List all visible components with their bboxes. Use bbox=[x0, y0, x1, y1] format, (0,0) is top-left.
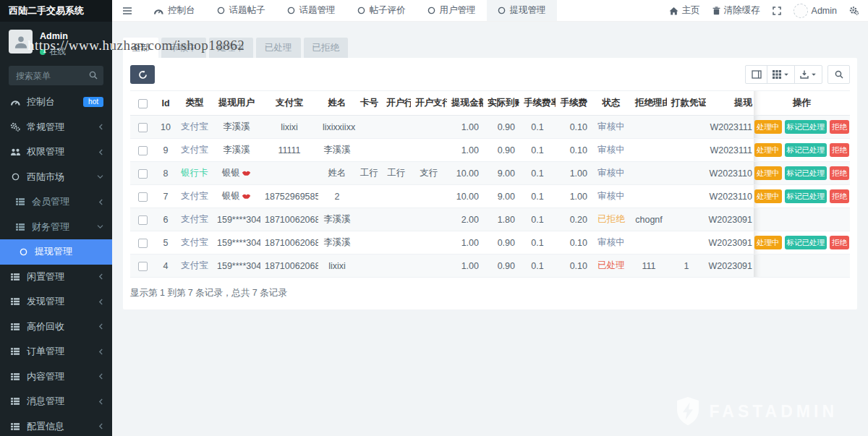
sidebar-item-控制台[interactable]: 控制台hot bbox=[0, 90, 112, 115]
sidebar-item-发现管理[interactable]: 发现管理 bbox=[0, 289, 112, 315]
select-all-checkbox[interactable] bbox=[138, 99, 148, 108]
sidebar-user-panel: Admin 在线 bbox=[0, 22, 112, 59]
cell-branch bbox=[411, 255, 447, 278]
sidebar-item-内容管理[interactable]: 内容管理 bbox=[0, 364, 112, 390]
caret-down-icon bbox=[783, 72, 789, 77]
row-checkbox[interactable] bbox=[138, 123, 148, 132]
mark-done-button[interactable]: 标记已处理 bbox=[785, 166, 827, 180]
topnav-tab-话题帖子[interactable]: 话题帖子 bbox=[206, 0, 276, 21]
sidebar-item-label: 高价回收 bbox=[27, 320, 64, 333]
sidebar-username: Admin bbox=[40, 31, 68, 41]
sidebar-item-高价回收[interactable]: 高价回收 bbox=[0, 315, 112, 340]
chevron-left-icon bbox=[98, 199, 103, 205]
sidebar-item-权限管理[interactable]: 权限管理 bbox=[0, 140, 112, 165]
detail-view-button[interactable] bbox=[745, 65, 767, 84]
reject-button[interactable]: 拒绝 bbox=[830, 120, 849, 134]
column-header[interactable] bbox=[130, 91, 155, 116]
hamburger-icon[interactable] bbox=[112, 0, 142, 21]
filter-tab-处理中[interactable]: 处理中 bbox=[209, 38, 254, 58]
table-row: 10支付宝李溪溪lixixilixixxiixx1.000.900.10.10审… bbox=[130, 116, 850, 139]
fullscreen-icon[interactable] bbox=[773, 7, 781, 15]
processing-button[interactable]: 处理中 bbox=[754, 189, 782, 203]
topnav-tab-label: 提现管理 bbox=[510, 4, 546, 17]
cell-amount: 1.00 bbox=[447, 231, 483, 255]
row-checkbox[interactable] bbox=[138, 169, 148, 179]
sidebar-item-常规管理[interactable]: 常规管理 bbox=[0, 115, 112, 140]
cell-rate: 0.1 bbox=[519, 208, 556, 231]
processing-button[interactable]: 处理中 bbox=[754, 120, 782, 134]
sidebar-item-label: 订单管理 bbox=[27, 345, 64, 358]
filter-tab-已拒绝[interactable]: 已拒绝 bbox=[304, 38, 349, 58]
sidebar-item-财务管理[interactable]: 财务管理 bbox=[0, 215, 112, 240]
processing-button[interactable]: 处理中 bbox=[754, 236, 782, 249]
circle-icon bbox=[287, 7, 295, 14]
row-checkbox[interactable] bbox=[138, 146, 148, 155]
cell-amount: 1.00 bbox=[447, 116, 483, 139]
status-label: 审核中 bbox=[597, 191, 625, 201]
sidebar-item-消息管理[interactable]: 消息管理 bbox=[0, 389, 112, 414]
refresh-button[interactable] bbox=[130, 65, 155, 84]
filter-tab-全部[interactable]: 全部 bbox=[123, 38, 158, 58]
thlist-icon bbox=[14, 223, 27, 231]
reject-button[interactable]: 拒绝 bbox=[830, 236, 849, 249]
table-row: 8银行卡银银姓名工行工行支行10.009.000.11.00审核中W202311… bbox=[130, 162, 850, 185]
column-header: 卡号 bbox=[356, 91, 382, 116]
content-area: 全部审核中处理中已处理已拒绝 bbox=[112, 22, 868, 436]
topnav-tab-提现管理[interactable]: 提现管理 bbox=[487, 0, 557, 21]
sidebar-item-label: 常规管理 bbox=[27, 121, 64, 134]
cell-user: 银银 bbox=[222, 167, 251, 179]
reject-button[interactable]: 拒绝 bbox=[830, 189, 849, 203]
columns-button[interactable] bbox=[767, 65, 795, 84]
cell-fee: 0.10 bbox=[556, 231, 592, 255]
table-toolbar bbox=[130, 65, 850, 84]
cell-alipay: 18710062068 bbox=[260, 208, 318, 231]
cell-user: 159****3049 bbox=[217, 238, 260, 248]
processing-button[interactable]: 处理中 bbox=[754, 166, 782, 180]
cell-rate: 0.1 bbox=[519, 116, 556, 139]
sidebar-item-提现管理[interactable]: 提现管理 bbox=[0, 239, 112, 265]
topnav-tab-话题管理[interactable]: 话题管理 bbox=[276, 0, 346, 21]
clear-cache-button[interactable]: 清除缓存 bbox=[712, 4, 760, 17]
filter-tab-审核中[interactable]: 审核中 bbox=[161, 38, 206, 58]
cell-rate: 0.1 bbox=[519, 231, 556, 255]
table-search-button[interactable] bbox=[827, 65, 850, 84]
filter-tab-已处理[interactable]: 已处理 bbox=[256, 38, 301, 58]
settings-gear-icon[interactable] bbox=[849, 6, 859, 15]
cell-branch bbox=[411, 208, 447, 231]
mark-done-button[interactable]: 标记已处理 bbox=[785, 236, 827, 249]
home-link[interactable]: 主页 bbox=[669, 4, 700, 17]
row-checkbox[interactable] bbox=[138, 239, 148, 248]
cell-id: 10 bbox=[155, 116, 176, 139]
sidebar-item-会员管理[interactable]: 会员管理 bbox=[0, 189, 112, 215]
reject-button[interactable]: 拒绝 bbox=[830, 143, 849, 157]
user-menu[interactable]: Admin bbox=[793, 4, 837, 18]
circle-icon bbox=[357, 7, 365, 14]
thlist-icon bbox=[9, 297, 22, 306]
topnav-tab-帖子评价[interactable]: 帖子评价 bbox=[346, 0, 417, 21]
mark-done-button[interactable]: 标记已处理 bbox=[785, 189, 827, 203]
column-header: 拒绝理由 bbox=[631, 91, 667, 116]
sidebar-item-配置信息[interactable]: 配置信息 bbox=[0, 414, 112, 436]
row-checkbox[interactable] bbox=[138, 192, 148, 202]
row-checkbox[interactable] bbox=[138, 215, 148, 225]
reject-button[interactable]: 拒绝 bbox=[830, 166, 849, 180]
topnav-tab-用户管理[interactable]: 用户管理 bbox=[417, 0, 487, 21]
cell-reason bbox=[631, 116, 667, 139]
sidebar-item-西陆市场[interactable]: 西陆市场 bbox=[0, 165, 112, 190]
cell-orderno: W2023091 bbox=[706, 255, 754, 278]
mark-done-button[interactable]: 标记已处理 bbox=[785, 143, 827, 157]
table-header-row: Id类型提现用户支付宝姓名卡号开户行开户支行提现金额实际到账手续费率手续费状态拒… bbox=[130, 91, 850, 116]
sidebar-item-闲置管理[interactable]: 闲置管理 bbox=[0, 265, 112, 290]
caret-down-icon bbox=[811, 72, 817, 77]
cell-voucher bbox=[667, 162, 706, 185]
export-button[interactable] bbox=[794, 65, 822, 84]
mark-done-button[interactable]: 标记已处理 bbox=[785, 120, 827, 134]
topnav-tab-控制台[interactable]: 控制台 bbox=[142, 0, 206, 21]
cell-amount: 10.00 bbox=[447, 162, 483, 185]
brand-title[interactable]: 西陆二手交易系统 bbox=[0, 0, 112, 22]
sidebar-item-订单管理[interactable]: 订单管理 bbox=[0, 339, 112, 364]
row-checkbox[interactable] bbox=[138, 262, 148, 271]
cell-alipay: 18710062068 bbox=[260, 231, 318, 255]
cell-actions: 处理中标记已处理拒绝 bbox=[754, 162, 850, 185]
processing-button[interactable]: 处理中 bbox=[754, 143, 782, 157]
